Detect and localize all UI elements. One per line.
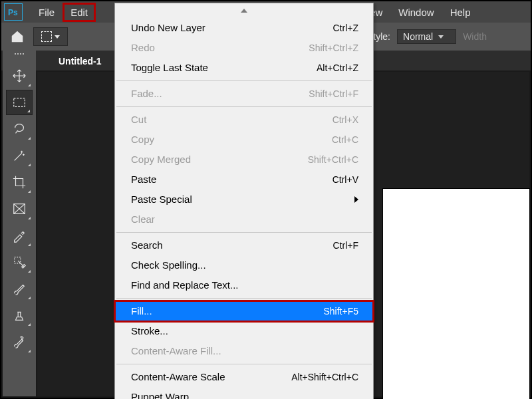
lasso-tool[interactable] [6,116,33,142]
document-tab[interactable]: Untitled-1 [51,52,110,70]
home-icon[interactable] [8,27,27,46]
rectangular-marquee-icon [41,31,52,42]
menu-item: CopyCtrl+C [115,130,373,150]
menu-item[interactable]: Fill...Shift+F5 [115,301,373,321]
spot-healing-brush-tool[interactable] [6,249,33,275]
menu-item: RedoShift+Ctrl+Z [115,38,373,58]
tools-panel [3,51,36,396]
menu-item-shortcut: Alt+Ctrl+Z [317,61,358,75]
brush-tool[interactable] [6,276,33,301]
menu-help[interactable]: Help [442,3,479,22]
move-tool[interactable] [6,63,33,88]
menu-item-label: Fill... [131,304,152,319]
triangle-up-icon [241,9,247,13]
menu-item-shortcut: Shift+Ctrl+C [308,152,358,167]
menu-edit[interactable]: Edit [63,3,96,22]
clone-stamp-tool[interactable] [6,303,33,328]
menu-scroll-up[interactable] [115,3,373,18]
menu-item-shortcut: Shift+F5 [323,304,358,319]
menu-separator [116,298,372,299]
menu-item-label: Copy Merged [131,152,191,167]
menu-item: Content-Aware Fill... [115,341,373,361]
photoshop-logo-icon[interactable]: Ps [4,3,23,21]
menu-item-label: Paste [131,172,156,187]
menu-item-shortcut: Ctrl+X [332,112,358,127]
menu-item[interactable]: Check Spelling... [115,255,373,275]
history-brush-tool[interactable] [6,329,33,354]
svg-text:Ps: Ps [8,8,18,17]
menu-item[interactable]: PasteCtrl+V [115,170,373,190]
menu-separator [116,80,372,81]
menu-item-shortcut: Ctrl+C [332,132,358,147]
menu-item-shortcut: Shift+Ctrl+F [309,86,358,101]
menu-item-shortcut: Ctrl+F [333,238,359,253]
frame-tool[interactable] [6,196,33,221]
style-select[interactable]: Normal [397,29,456,44]
menu-item-shortcut: Alt+Shift+Ctrl+C [291,370,358,384]
panel-grip-icon[interactable] [9,53,29,59]
menu-item: Fade...Shift+Ctrl+F [115,84,373,104]
menu-item[interactable]: Toggle Last StateAlt+Ctrl+Z [115,58,373,78]
menu-item-shortcut: Ctrl+Z [333,21,359,35]
menu-item[interactable]: Puppet Warp [115,387,373,399]
menu-item-label: Check Spelling... [131,258,206,273]
menu-item: CutCtrl+X [115,110,373,130]
submenu-arrow-icon [354,196,358,203]
menu-file[interactable]: File [31,3,63,22]
menu-item-label: Copy [131,132,154,147]
menu-separator [116,364,372,364]
menu-window[interactable]: Window [390,3,442,22]
chevron-down-icon [438,35,444,39]
menu-item-label: Paste Special [131,192,192,207]
menu-item-label: Toggle Last State [131,61,208,75]
menu-item[interactable]: Find and Replace Text... [115,275,373,295]
menu-item-label: Clear [131,212,155,227]
menu-separator [116,106,372,107]
menu-item-label: Stroke... [131,324,168,338]
menu-item: Copy MergedShift+Ctrl+C [115,150,373,170]
menu-item-label: Redo [131,41,155,55]
app-frame: Ps File Edit View Window Help Style: Nor… [0,0,532,399]
menu-item-label: Fade... [131,86,162,101]
menu-item-shortcut: Shift+Ctrl+Z [309,41,358,55]
width-label: Width [463,31,487,42]
menu-item-label: Undo New Layer [131,21,205,35]
menu-item-shortcut: Ctrl+V [332,172,358,187]
edit-menu-dropdown: Undo New LayerCtrl+ZRedoShift+Ctrl+ZTogg… [114,3,374,399]
crop-tool[interactable] [6,170,33,195]
menu-item-label: Search [131,238,163,253]
menu-item-label: Puppet Warp [131,390,189,399]
chevron-down-icon [55,35,60,39]
menu-item[interactable]: SearchCtrl+F [115,235,373,255]
document-canvas[interactable] [383,189,529,399]
rectangular-marquee-tool[interactable] [6,90,33,115]
menu-item-label: Find and Replace Text... [131,278,238,293]
menu-item-label: Content-Aware Scale [131,370,225,384]
menu-item[interactable]: Content-Aware ScaleAlt+Shift+Ctrl+C [115,367,373,387]
style-select-value: Normal [403,31,433,42]
magic-wand-tool[interactable] [6,143,33,168]
eyedropper-tool[interactable] [6,223,33,248]
menu-item[interactable]: Stroke... [115,321,373,341]
menu-item[interactable]: Paste Special [115,190,373,209]
menu-item-label: Content-Aware Fill... [131,344,221,358]
menu-separator [116,232,372,233]
tool-preset-picker[interactable] [33,27,68,46]
menu-item: Clear [115,209,373,229]
svg-rect-1 [14,98,25,107]
menu-item[interactable]: Undo New LayerCtrl+Z [115,18,373,38]
menu-item-label: Cut [131,112,146,127]
